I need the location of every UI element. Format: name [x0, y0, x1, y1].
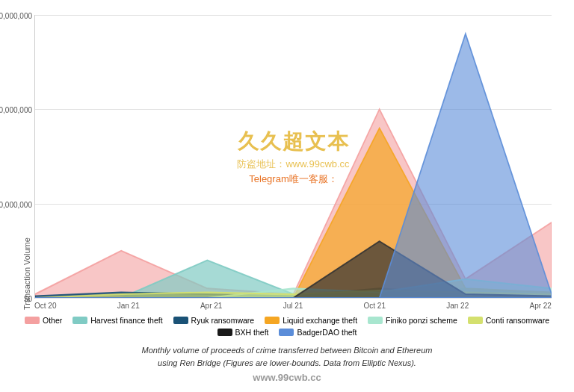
- x-tick-label: Jan 22: [446, 302, 469, 310]
- x-axis: Oct 20Jan 21Apr 21Jul 21Oct 21Jan 22Apr …: [34, 299, 552, 310]
- legend-label: Ryuk ransomware: [191, 316, 255, 325]
- y-tick-label: $50,000,000: [0, 200, 32, 208]
- legend-color-box: [265, 317, 280, 324]
- legend-item: BadgerDAO theft: [279, 328, 357, 337]
- legend-color-box: [25, 317, 40, 324]
- x-tick-label: Apr 22: [529, 302, 551, 310]
- legend-item: Ryuk ransomware: [173, 316, 255, 325]
- legend-label: BXH theft: [235, 328, 269, 337]
- y-tick-label: $100,000,000: [0, 106, 32, 114]
- legend-item: Conti ransomware: [468, 316, 549, 325]
- chart-plot: $150,000,000$100,000,000$50,000,000$0 久久…: [34, 15, 552, 299]
- legend: OtherHarvest finance theftRyuk ransomwar…: [22, 310, 552, 340]
- bottom-watermark: www.99cwb.cc: [22, 370, 552, 385]
- legend-label: Finiko ponzi scheme: [386, 316, 457, 325]
- caption: Monthly volume of proceeds of crime tran…: [22, 340, 552, 370]
- legend-color-box: [368, 317, 383, 324]
- chart-svg: [35, 15, 552, 298]
- y-tick-label: $0: [24, 295, 32, 303]
- legend-color-box: [279, 329, 294, 336]
- y-tick-label: $150,000,000: [0, 12, 32, 20]
- legend-item: Other: [25, 316, 62, 325]
- x-tick-label: Oct 21: [364, 302, 386, 310]
- x-tick-label: Apr 21: [200, 302, 222, 310]
- chart-inner: $150,000,000$100,000,000$50,000,000$0 久久…: [34, 15, 552, 310]
- legend-color-box: [173, 317, 188, 324]
- chart-area: Transaction Volume $150,000,000$100,000,…: [22, 15, 552, 310]
- legend-label: Other: [43, 316, 62, 325]
- legend-item: BXH theft: [217, 328, 269, 337]
- legend-color-box: [72, 317, 87, 324]
- legend-label: Conti ransomware: [486, 316, 549, 325]
- legend-color-box: [217, 329, 232, 336]
- grid-line: $0: [35, 298, 552, 299]
- legend-item: Finiko ponzi scheme: [368, 316, 457, 325]
- legend-label: Harvest finance theft: [90, 316, 162, 325]
- legend-label: BadgerDAO theft: [297, 328, 357, 337]
- main-container: Transaction Volume $150,000,000$100,000,…: [0, 0, 574, 392]
- x-tick-label: Jan 21: [117, 302, 140, 310]
- x-tick-label: Oct 20: [34, 302, 56, 310]
- legend-label: Liquid exchange theft: [283, 316, 357, 325]
- legend-item: Harvest finance theft: [72, 316, 162, 325]
- legend-color-box: [468, 317, 483, 324]
- y-axis-label: Transaction Volume: [22, 15, 31, 310]
- legend-item: Liquid exchange theft: [265, 316, 357, 325]
- x-tick-label: Jul 21: [283, 302, 303, 310]
